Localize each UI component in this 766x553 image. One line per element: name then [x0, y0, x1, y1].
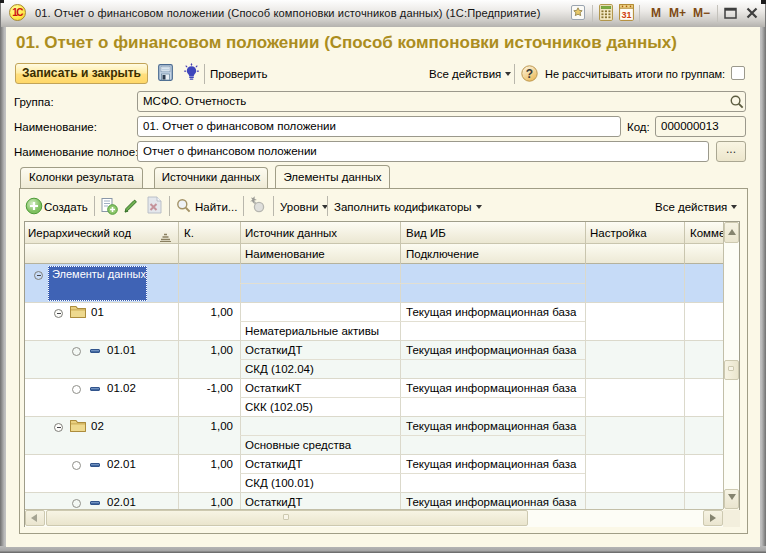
- svg-text:31: 31: [621, 10, 631, 20]
- svg-text:?: ?: [526, 67, 533, 81]
